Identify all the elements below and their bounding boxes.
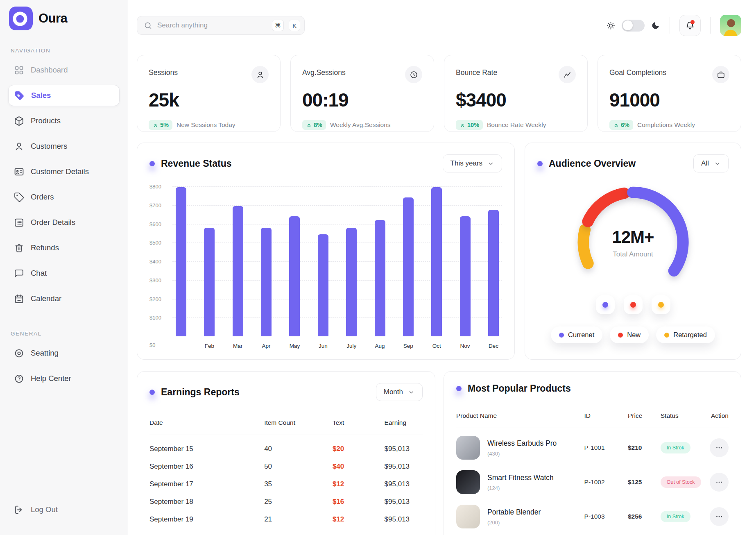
audience-overview-panel: Audience Overview All 12M+ Total Amount …	[525, 143, 741, 360]
product-id: P-1002	[584, 478, 628, 486]
product-status-badge: Out of Stock	[661, 476, 701, 488]
chevron-down-icon	[714, 160, 721, 167]
bar-mar[interactable]	[233, 206, 243, 336]
stat-card-avg-sessions: Avg.Sessions00:198%Weekly Avg.Sessions	[290, 55, 434, 132]
sidebar-item-help-center[interactable]: Help Center	[8, 368, 120, 389]
panel-accent-dot	[537, 161, 543, 166]
sidebar-item-refunds[interactable]: Refunds	[8, 237, 120, 258]
audience-panel-title: Audience Overview	[549, 158, 636, 169]
sidebar-item-label: Help Center	[31, 374, 71, 383]
x-axis-tick: Feb	[204, 343, 215, 349]
sidebar-item-chat[interactable]: Chat	[8, 263, 120, 284]
panel-accent-dot	[149, 161, 155, 166]
earnings-earning: $95,013	[385, 515, 423, 524]
earnings-row: September 1540$20$95,013	[149, 440, 423, 458]
sidebar-item-order-details[interactable]: Order Details	[8, 212, 120, 233]
earnings-item-count: 50	[264, 462, 333, 471]
earnings-date: September 17	[149, 480, 264, 488]
sidebar-item-label: Order Details	[31, 218, 75, 227]
topbar: ⌘ K	[137, 16, 741, 35]
legend-dot-retargeted	[652, 295, 670, 314]
stat-value: 25k	[149, 89, 269, 111]
stat-card-bounce-rate: Bounce Rate$340010%Bounce Rate Weekly	[444, 55, 588, 132]
chevron-down-icon	[408, 389, 415, 396]
sidebar-item-customers[interactable]: Customers	[8, 136, 120, 157]
product-actions-button[interactable]	[710, 473, 729, 492]
product-count: (430)	[487, 451, 557, 457]
stat-value: $3400	[456, 89, 576, 111]
sidebar-item-orders[interactable]: Orders	[8, 186, 120, 208]
sidebar-item-customer-details[interactable]: Customer Details	[8, 161, 120, 182]
bar-nov[interactable]	[460, 216, 471, 336]
y-axis-tick: $300	[149, 277, 161, 283]
earnings-item-count: 25	[264, 498, 333, 506]
y-axis-tick: $500	[149, 240, 161, 246]
customers-user-icon	[14, 141, 24, 152]
dashboard-grid-icon	[14, 65, 24, 75]
bar-jan[interactable]	[176, 187, 186, 336]
product-count: (124)	[487, 485, 554, 491]
product-actions-button[interactable]	[710, 438, 729, 457]
bar-apr[interactable]	[261, 228, 272, 336]
earnings-row: September 1650$40$95,013	[149, 458, 423, 475]
user-avatar[interactable]	[720, 15, 741, 36]
bar-feb[interactable]	[204, 228, 215, 336]
product-actions-button[interactable]	[710, 507, 729, 526]
revenue-range-dropdown[interactable]: This years	[443, 154, 502, 172]
brand-logo[interactable]: Oura	[8, 7, 120, 30]
legend-pill-currenet[interactable]: Currenet	[551, 326, 602, 343]
product-name: Smart Fitness Watch	[487, 474, 554, 482]
stat-card-goal-completions: Goal Completions910006%Completions Weekl…	[598, 55, 741, 132]
earnings-item-count: 35	[264, 480, 333, 488]
sidebar-item-products[interactable]: Products	[8, 110, 120, 131]
audience-filter-dropdown[interactable]: All	[693, 154, 729, 172]
bar-jun[interactable]	[318, 234, 328, 336]
stat-title: Goal Completions	[609, 66, 666, 77]
product-price: $256	[628, 513, 661, 520]
gauge-segment-new[interactable]	[588, 193, 624, 222]
y-axis-baseline-label: $0	[149, 342, 155, 348]
sidebar-item-sales[interactable]: $Sales	[8, 85, 120, 106]
panel-accent-dot	[149, 390, 155, 395]
stat-title: Sessions	[149, 66, 178, 77]
earnings-date: September 16	[149, 462, 264, 471]
bar-sep[interactable]	[403, 197, 414, 336]
x-axis-tick: Apr	[261, 343, 272, 349]
product-row-portable-blender: Portable Blender(200)P-1003$256In Strok	[456, 499, 729, 534]
theme-toggle[interactable]	[622, 20, 645, 32]
earnings-row: September 1825$16$95,013	[149, 493, 423, 510]
sidebar-item-calendar[interactable]: Calendar	[8, 288, 120, 309]
earnings-period-dropdown[interactable]: Month	[376, 383, 423, 401]
search-input[interactable]	[157, 21, 267, 29]
product-id: P-1001	[584, 444, 628, 451]
product-thumbnail	[456, 505, 480, 528]
bar-july[interactable]	[346, 228, 357, 336]
notifications-button[interactable]	[679, 15, 701, 36]
stat-note: Bounce Rate Weekly	[487, 121, 546, 129]
legend-pill-retargeted[interactable]: Retargeted	[656, 326, 715, 343]
bar-aug[interactable]	[375, 220, 385, 336]
sidebar-item-dashboard[interactable]: Dashboard	[8, 59, 120, 81]
x-axis-tick: Dec	[488, 343, 499, 349]
search-box: ⌘ K	[137, 16, 305, 35]
product-thumbnail	[456, 436, 480, 460]
product-price: $210	[628, 444, 661, 451]
legend-dot-currenet	[596, 295, 615, 314]
bar-dec[interactable]	[488, 210, 499, 336]
logout-button[interactable]: Log Out	[8, 499, 120, 520]
legend-pill-new[interactable]: New	[610, 326, 649, 343]
stats-row: Sessions25k5%New Sessions TodayAvg.Sessi…	[137, 55, 741, 132]
bar-may[interactable]	[289, 216, 300, 336]
stat-note: Completions Weekly	[637, 121, 695, 129]
popular-products-panel: Most Popular Products Product NameIDPric…	[444, 371, 741, 535]
revenue-status-panel: Revenue Status This years $800$700$600$5…	[137, 143, 515, 360]
moon-icon	[651, 21, 660, 30]
sidebar-item-label: Chat	[31, 269, 47, 278]
earnings-column-text: Text	[333, 419, 385, 426]
topbar-divider	[710, 17, 711, 34]
bar-oct[interactable]	[431, 187, 442, 336]
earnings-text: $20	[333, 445, 385, 453]
sidebar-item-seatting[interactable]: Seatting	[8, 342, 120, 364]
product-row-wireless-earbuds-pro: Wireless Earbuds Pro(430)P-1001$210In St…	[456, 431, 729, 465]
gauge-total-value: 12M+	[559, 227, 707, 247]
